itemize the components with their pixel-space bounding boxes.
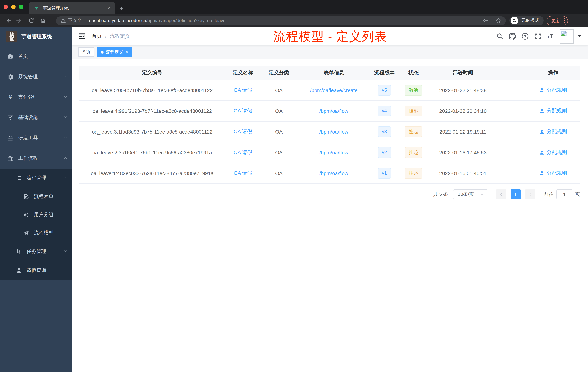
page-size-select[interactable]: 10条/页 <box>453 189 487 199</box>
user-icon <box>16 267 22 274</box>
form-info-link[interactable]: /bpm/oa/leave/create <box>297 80 370 100</box>
breadcrumb-separator: / <box>105 33 106 39</box>
definition-category: OA <box>260 101 297 121</box>
tag-home[interactable]: 首页 <box>78 47 94 57</box>
browser-tab[interactable]: 芋道管理系统 × <box>29 2 115 14</box>
security-warning-icon[interactable] <box>60 18 66 23</box>
reload-icon[interactable] <box>26 15 36 26</box>
sidebar-item-process-model[interactable]: 流程模型 <box>0 224 72 242</box>
sidebar-item-process-form[interactable]: 流程表单 <box>0 187 72 206</box>
status-badge: 激活 <box>405 85 422 96</box>
minimize-window-button[interactable] <box>11 5 16 9</box>
update-label[interactable]: 更新 <box>551 17 561 24</box>
user-icon <box>539 150 544 155</box>
version-cell: v5 <box>370 80 399 100</box>
sidebar-item-infrastructure[interactable]: 基础设施 <box>0 107 72 128</box>
breadcrumb-home[interactable]: 首页 <box>92 33 102 40</box>
definition-category: OA <box>260 80 297 100</box>
search-icon[interactable] <box>496 32 504 40</box>
definition-name-link[interactable]: OA 请假 <box>225 163 260 184</box>
home-icon[interactable] <box>38 15 48 26</box>
fullscreen-icon[interactable] <box>534 32 542 40</box>
column-header: 状态 <box>399 66 428 80</box>
definition-category: OA <box>260 142 297 163</box>
status-badge: 挂起 <box>405 147 422 158</box>
sidebar-item-payment[interactable]: ¥ 支付管理 <box>0 87 72 107</box>
sidebar-item-dev-tools[interactable]: 研发工具 <box>0 128 72 148</box>
filler-cell <box>497 101 526 121</box>
tag-label: 首页 <box>82 49 91 55</box>
definition-name-link[interactable]: OA 请假 <box>225 142 260 163</box>
yen-icon: ¥ <box>7 94 13 100</box>
table-row: oa_leave:4:991f2193-7b7f-11ec-a3c8-acde4… <box>79 101 580 121</box>
assign-rule-button[interactable]: 分配规则 <box>539 108 567 114</box>
forward-icon[interactable] <box>14 15 24 26</box>
sidebar-item-system[interactable]: 系统管理 <box>0 67 72 87</box>
form-info-link[interactable]: /bpm/oa/flow <box>297 163 370 184</box>
user-icon <box>539 129 544 134</box>
sidebar-item-workflow[interactable]: 工作流程 <box>0 148 72 169</box>
document-edit-icon <box>23 194 29 200</box>
status-badge: 挂起 <box>405 168 422 179</box>
sidebar-item-label: 流程管理 <box>27 175 46 181</box>
user-menu-caret-icon[interactable] <box>578 34 581 38</box>
sidebar-item-user-group[interactable]: 用户分组 <box>0 206 72 224</box>
toolbox-icon <box>7 135 13 141</box>
sidebar-item-label: 基础设施 <box>18 114 38 121</box>
action-cell: 分配规则 <box>526 101 580 121</box>
back-icon[interactable] <box>4 15 14 26</box>
form-info-link[interactable]: /bpm/oa/flow <box>297 142 370 163</box>
github-icon[interactable] <box>508 32 516 40</box>
font-size-icon[interactable]: TT <box>546 32 555 40</box>
chevron-up-icon <box>63 175 68 181</box>
browser-menu-update-button[interactable]: 更新 <box>546 16 568 25</box>
user-icon <box>539 88 544 93</box>
sidebar-item-task-management[interactable]: 任务管理 <box>0 242 72 261</box>
gear-icon <box>7 74 13 80</box>
svg-text:?: ? <box>524 34 526 39</box>
goto-page-input[interactable] <box>556 189 572 199</box>
sidebar-item-label: 研发工具 <box>18 135 38 141</box>
close-window-button[interactable] <box>4 5 8 9</box>
tab-close-icon[interactable]: × <box>106 5 112 11</box>
definition-name-link[interactable]: OA 请假 <box>225 101 260 121</box>
assign-rule-button[interactable]: 分配规则 <box>539 170 567 176</box>
logo-avatar <box>6 31 17 42</box>
deploy-time: 2022-01-22 19:19:11 <box>428 121 497 142</box>
action-cell: 分配规则 <box>526 163 580 184</box>
avatar-broken-image[interactable] <box>560 30 574 44</box>
tag-process-definition[interactable]: 流程定义 × <box>97 47 132 57</box>
form-info-link[interactable]: /bpm/oa/flow <box>297 101 370 121</box>
user-icon <box>539 171 544 176</box>
bookmark-star-icon[interactable] <box>495 17 502 24</box>
definition-name-link[interactable]: OA 请假 <box>225 80 260 100</box>
assign-rule-button[interactable]: 分配规则 <box>539 149 567 156</box>
tag-close-icon[interactable]: × <box>126 50 128 54</box>
window-controls <box>4 5 23 9</box>
action-cell: 分配规则 <box>526 142 580 163</box>
sidebar-item-process-management[interactable]: 流程管理 <box>0 169 72 187</box>
kebab-menu-icon[interactable] <box>564 18 565 23</box>
sidebar-item-leave-query[interactable]: 请假查询 <box>0 261 72 280</box>
current-page-button[interactable]: 1 <box>511 189 521 199</box>
help-icon[interactable]: ? <box>521 32 529 40</box>
svg-text:¥: ¥ <box>9 94 12 100</box>
url-path: /bpm/manager/definition?key=oa_leave <box>146 18 226 23</box>
password-key-icon[interactable] <box>483 17 489 24</box>
sidebar: 芋道管理系统 首页 系统管理 ¥ 支付管理 基础设施 <box>0 27 72 372</box>
assign-rule-button[interactable]: 分配规则 <box>539 87 567 94</box>
form-info-link[interactable]: /bpm/oa/flow <box>297 121 370 142</box>
pager: 1 <box>496 189 535 199</box>
definition-name-link[interactable]: OA 请假 <box>225 121 260 142</box>
sidebar-item-home[interactable]: 首页 <box>0 46 72 67</box>
security-label[interactable]: 不安全 <box>68 17 82 24</box>
maximize-window-button[interactable] <box>19 5 23 9</box>
url-bar[interactable]: 不安全 | dashboard.yudao.iocoder.cn/bpm/man… <box>56 16 506 25</box>
sidebar-fold-icon[interactable] <box>78 32 86 40</box>
next-page-button[interactable] <box>525 189 535 199</box>
prev-page-button[interactable] <box>496 189 506 199</box>
page-size-value: 10条/页 <box>458 191 474 198</box>
deploy-time: 2022-01-22 20:34:10 <box>428 101 497 121</box>
assign-rule-button[interactable]: 分配规则 <box>539 129 567 135</box>
new-tab-button[interactable]: + <box>120 5 124 12</box>
